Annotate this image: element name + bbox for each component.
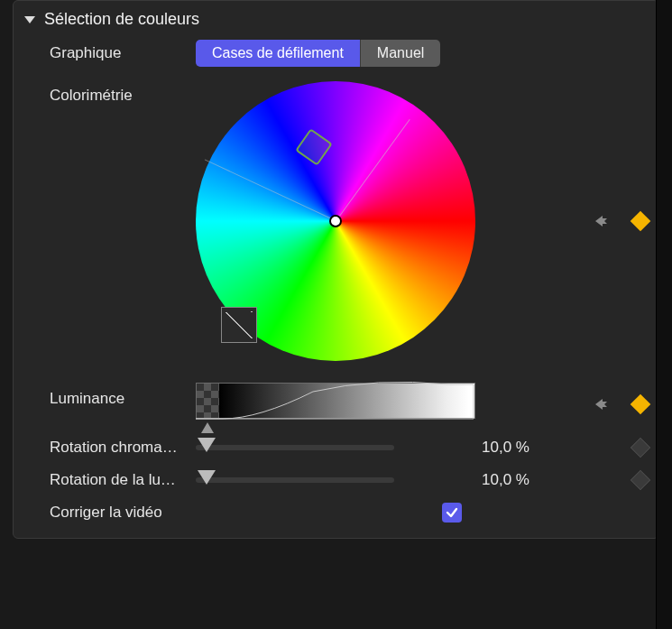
value-rotation-lum[interactable]: 10,0 % [421, 471, 529, 489]
keyframe-controls-colorimetrie [594, 214, 648, 228]
keyframe-diamond-icon[interactable] [631, 470, 651, 491]
color-wheel-container [196, 81, 475, 361]
row-rotation-lum: Rotation de la lu… 10,0 % [14, 464, 658, 496]
section-title: Sélection de couleurs [44, 10, 199, 29]
keyframe-diamond-icon[interactable] [631, 438, 651, 458]
reset-arrow-icon[interactable] [594, 214, 613, 228]
luminance-curve-icon [196, 381, 475, 421]
section-header[interactable]: Sélection de couleurs [14, 1, 658, 36]
row-colorimetrie: Colorimétrie [14, 70, 658, 365]
label-graphique: Graphique [50, 44, 196, 62]
keyframe-controls-rotation-lum [633, 473, 648, 487]
keyframe-diamond-icon[interactable] [631, 394, 651, 415]
checkbox-corriger-video[interactable] [442, 503, 462, 523]
right-gutter [656, 0, 672, 629]
keyframe-controls-rotation-chroma [633, 440, 648, 455]
tone-curve-thumbnail[interactable] [221, 307, 257, 343]
segment-manual[interactable]: Manuel [360, 40, 440, 67]
segment-scroll-cases[interactable]: Cases de défilement [196, 40, 360, 67]
label-rotation-lum: Rotation de la lu… [50, 471, 196, 489]
row-luminance: Luminance [14, 365, 658, 431]
keyframe-controls-luminance [594, 397, 648, 412]
label-colorimetrie: Colorimétrie [50, 81, 196, 105]
luminance-handle[interactable] [201, 422, 214, 433]
color-selection-panel: Sélection de couleurs Graphique Cases de… [13, 0, 659, 539]
row-rotation-chroma: Rotation chroma… 10,0 % [14, 431, 658, 464]
label-corriger-video: Corriger la vidéo [50, 504, 162, 522]
slider-rotation-chroma[interactable] [196, 445, 394, 450]
keyframe-diamond-icon[interactable] [631, 211, 651, 232]
segmented-graph-mode: Cases de défilement Manuel [196, 40, 440, 67]
row-corriger-video: Corriger la vidéo [14, 496, 658, 529]
slider-rotation-lum[interactable] [196, 477, 394, 483]
reset-arrow-icon[interactable] [594, 397, 613, 412]
slider-thumb-icon[interactable] [198, 470, 216, 485]
wheel-center-handle[interactable] [329, 215, 342, 227]
label-luminance: Luminance [50, 381, 196, 408]
luminance-control[interactable] [196, 381, 475, 428]
value-rotation-chroma[interactable]: 10,0 % [421, 439, 529, 457]
row-graphique: Graphique Cases de défilement Manuel [14, 36, 658, 70]
slider-thumb-icon[interactable] [198, 438, 216, 452]
disclosure-triangle-icon[interactable] [24, 16, 35, 23]
label-rotation-chroma: Rotation chroma… [50, 439, 196, 457]
